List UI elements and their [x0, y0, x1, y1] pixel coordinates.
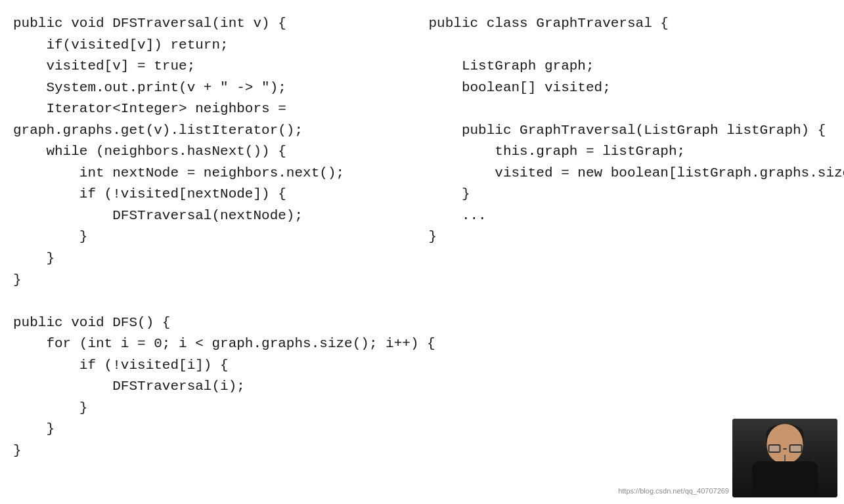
watermark: https://blog.csdn.net/qq_40707269: [618, 487, 729, 495]
left-code: public void DFSTraversal(int v) { if(vis…: [13, 16, 435, 458]
main-content: public void DFSTraversal(int v) { if(vis…: [0, 0, 844, 504]
glasses-lens-left: [768, 444, 780, 453]
glasses-frame: [768, 444, 802, 453]
person-glasses: [768, 444, 802, 453]
person-body: [752, 461, 818, 497]
glasses-bridge: [783, 448, 787, 450]
webcam-overlay: [732, 419, 837, 497]
right-code: public class GraphTraversal { ListGraph …: [429, 16, 845, 244]
left-code-panel: public void DFSTraversal(int v) { if(vis…: [0, 0, 422, 504]
webcam-person: [732, 419, 837, 497]
glasses-lens-right: [789, 444, 802, 453]
